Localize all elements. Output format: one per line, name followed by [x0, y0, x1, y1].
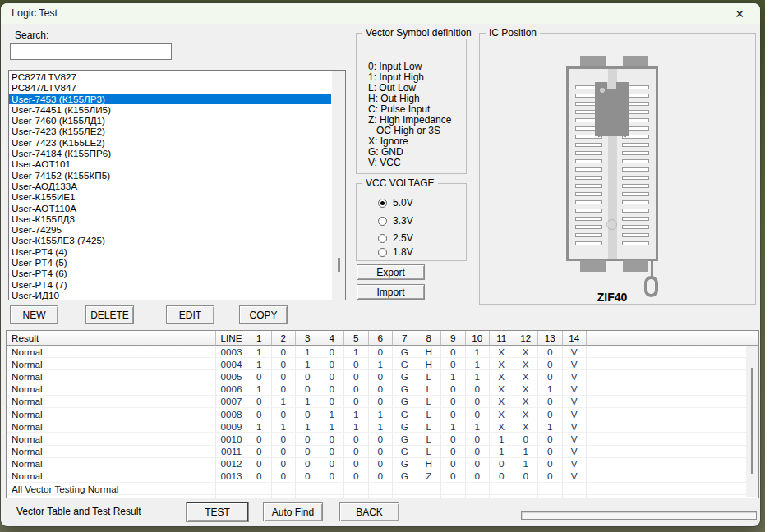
column-header-12[interactable]: 12 [514, 331, 539, 346]
table-scrollbar-thumb[interactable] [751, 368, 753, 474]
socket-pin [575, 209, 602, 213]
cell-pin [417, 483, 442, 495]
list-item[interactable]: User-7460 (К155ЛД1) [9, 115, 331, 126]
column-header-line[interactable]: LINE [216, 331, 247, 346]
table-row[interactable]: Normal0006100000GL00XX1V [7, 383, 758, 396]
delete-button[interactable]: DELETE [85, 305, 134, 324]
list-item[interactable]: User-74184 (К155ПР6) [9, 148, 331, 158]
list-item[interactable]: User-74152 (К155КП5) [9, 170, 331, 181]
vector-symbol-line: V: VCC [368, 158, 463, 168]
table-scrollbar[interactable] [746, 346, 758, 497]
list-item[interactable]: User-PT4 (6) [9, 268, 331, 278]
export-button[interactable]: Export [357, 264, 425, 280]
list-item[interactable]: PC847/LTV847 [9, 82, 331, 93]
cell-pin: L [417, 396, 442, 408]
copy-button[interactable]: COPY [239, 305, 288, 324]
search-input[interactable] [10, 43, 172, 60]
table-row[interactable]: Normal0007011000GL00XX0V [7, 396, 758, 408]
table-row[interactable]: Normal0003101010GH01XX0V [7, 346, 758, 358]
list-item[interactable]: User-74451 (К155ЛИ5) [9, 104, 331, 115]
table-row[interactable] [7, 495, 758, 498]
column-header-1[interactable]: 1 [247, 331, 272, 346]
cell-pin: 0 [466, 433, 491, 445]
edit-button[interactable]: EDIT [166, 305, 214, 324]
list-item[interactable]: User-PT4 (7) [9, 279, 331, 290]
list-item[interactable]: User-ИД10 [9, 290, 331, 300]
list-item[interactable]: User-К155ЛД3 [9, 213, 331, 224]
column-header-result[interactable]: Result [7, 331, 216, 346]
column-header-8[interactable]: 8 [417, 331, 442, 346]
list-item[interactable]: PC827/LTV827 [9, 71, 331, 82]
back-button[interactable]: BACK [339, 502, 399, 521]
list-scrollbar-thumb[interactable] [338, 258, 340, 272]
list-item[interactable]: User-7423 (K155LE2) [9, 137, 331, 148]
table-row[interactable]: Normal0008000111GL00XX0V [7, 408, 758, 420]
test-button[interactable]: TEST [187, 502, 248, 521]
list-item[interactable]: User-AOT110A [9, 203, 331, 213]
cell-pin [247, 495, 272, 498]
list-item[interactable]: User-АОД133А [9, 181, 331, 191]
list-item[interactable]: User-7453 (К155ЛР3) [9, 94, 331, 104]
vcc-radio-2.5V[interactable]: 2.5V [378, 232, 413, 244]
list-scrollbar[interactable] [332, 71, 345, 300]
cell-filler [587, 358, 758, 370]
radio-icon[interactable] [378, 248, 387, 257]
radio-icon[interactable] [378, 234, 387, 243]
cell-pin: X [490, 346, 514, 358]
column-header-10[interactable]: 10 [466, 331, 491, 346]
vcc-radio-3.3V[interactable]: 3.3V [378, 215, 413, 227]
column-header-4[interactable]: 4 [320, 331, 345, 346]
table-row[interactable]: Normal0012000000GH00010V [7, 458, 758, 470]
import-button[interactable]: Import [357, 284, 425, 300]
column-header-11[interactable]: 11 [490, 331, 514, 346]
list-item[interactable]: User-К155ИЕ1 [9, 191, 331, 202]
column-header-5[interactable]: 5 [344, 331, 369, 346]
cell-line: 0013 [216, 470, 247, 483]
list-item[interactable]: User-7423 (К155ЛЕ2) [9, 126, 331, 136]
table-row[interactable]: All Vector Testing Normal [7, 483, 758, 495]
column-header-13[interactable]: 13 [538, 331, 563, 346]
table-row[interactable]: Normal0010000000GL00100V [7, 433, 758, 445]
table-row[interactable]: Normal0009111111GL11XX1V [7, 420, 758, 433]
column-header-2[interactable]: 2 [272, 331, 297, 346]
cell-pin: 0 [296, 446, 320, 458]
list-item[interactable]: User-74295 [9, 224, 331, 235]
cell-pin: 0 [272, 446, 297, 458]
cell-pin: 0 [538, 458, 563, 470]
vcc-radio-5.0V[interactable]: 5.0V [378, 197, 413, 209]
socket-tab [580, 260, 606, 272]
cell-pin [320, 495, 345, 498]
cell-pin: X [514, 408, 539, 420]
radio-label: 5.0V [393, 197, 413, 209]
cell-pin [393, 495, 417, 498]
table-row[interactable]: Normal0004101001GH01XX0V [7, 358, 758, 370]
cell-pin: 0 [441, 458, 466, 470]
column-header-7[interactable]: 7 [393, 331, 417, 346]
column-header-3[interactable]: 3 [296, 331, 320, 346]
list-item[interactable]: User-AOT101 [9, 158, 331, 169]
auto-find-button[interactable]: Auto Find [263, 502, 323, 521]
list-item[interactable]: User-PT4 (4) [9, 246, 331, 257]
radio-icon[interactable] [378, 199, 387, 208]
list-item[interactable]: User-К155ЛЕ3 (7425) [9, 235, 331, 245]
cell-line: 0011 [216, 446, 247, 458]
cell-pin: 0 [296, 370, 320, 383]
radio-icon[interactable] [378, 217, 387, 226]
column-header-14[interactable]: 14 [563, 331, 588, 346]
new-button[interactable]: NEW [10, 305, 58, 324]
table-row[interactable]: Normal0013000000GZ00000V [7, 470, 758, 483]
table-row[interactable]: Normal0005000000GL11XX0V [7, 370, 758, 383]
cell-pin: 1 [344, 420, 369, 433]
socket-pin [575, 159, 602, 163]
cell-pin: 1 [538, 383, 563, 396]
list-item[interactable]: User-PT4 (5) [9, 257, 331, 268]
cell-pin: X [514, 396, 539, 408]
column-header-6[interactable]: 6 [369, 331, 394, 346]
column-header-9[interactable]: 9 [441, 331, 466, 346]
table-row[interactable]: Normal0011000000GL00110V [7, 446, 758, 458]
progress-bar [521, 511, 757, 520]
cell-pin [466, 483, 491, 495]
cell-pin: 0 [466, 446, 491, 458]
vcc-radio-1.8V[interactable]: 1.8V [378, 246, 413, 258]
close-icon[interactable]: ✕ [726, 3, 753, 24]
